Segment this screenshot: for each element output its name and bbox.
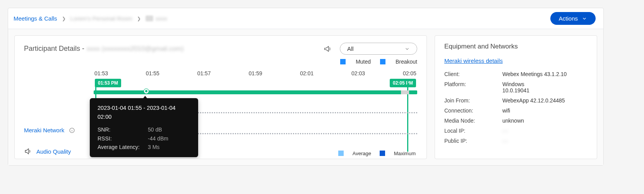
device-icon-blurred: [146, 16, 153, 21]
announce-icon[interactable]: [324, 45, 332, 53]
panel-title: Equipment and Networks: [444, 43, 587, 50]
end-time-badge: 02:05 PM: [390, 79, 416, 87]
kv-media-node: Media Node:unknown: [444, 118, 587, 124]
axis-ticks: 01:53 01:55 01:57 01:59 02:01 02:03 02:0…: [94, 70, 417, 76]
breadcrumb-item-blurred: Lorem's Personal Room: [70, 15, 132, 22]
legend-bottom: Average Maximum: [331, 151, 416, 156]
legend-top: Muted Breakout: [24, 59, 417, 65]
row-meraki-network[interactable]: Meraki Network: [24, 127, 98, 133]
track-meraki: [94, 90, 417, 94]
panel-header: Participant Details - xxxx (xxxxxxxx2010…: [24, 43, 417, 55]
kv-connection: Connection:wifi: [444, 107, 587, 114]
data-tooltip: 2023-01-04 01:55 - 2023-01-04 02:00 SNR:…: [90, 98, 198, 157]
kv-public-ip: Public IP:—: [444, 138, 587, 144]
start-time-badge: 01:53 PM: [95, 79, 121, 87]
chevron-down-icon: [404, 46, 410, 52]
filter-select[interactable]: All: [340, 43, 417, 55]
row-labels: Meraki Network Audio Quality Video Quali…: [24, 127, 98, 159]
panel-controls: All: [324, 43, 417, 55]
kv-platform: Platform:Windows 10.0.19041: [444, 81, 587, 94]
meraki-wireless-link[interactable]: Meraki wireless details: [444, 57, 503, 64]
speaker-icon: [24, 147, 32, 155]
filter-value: All: [347, 45, 354, 52]
legend-breakout: Breakout: [380, 59, 417, 65]
row-audio-quality[interactable]: Audio Quality: [24, 147, 98, 155]
chevron-right-icon: ❯: [137, 16, 141, 21]
tooltip-range: 2023-01-04 01:55 - 2023-01-04 02:00: [98, 104, 190, 121]
topbar: Meetings & Calls ❯ Lorem's Personal Room…: [8, 8, 603, 29]
kv-local-ip: Local IP:—: [444, 128, 587, 134]
kv-client: Client:Webex Meetings 43.1.2.10: [444, 71, 587, 77]
legend-average: Average: [338, 151, 371, 156]
chevron-right-icon: ❯: [62, 16, 66, 21]
kv-join-from: Join From:WebexApp 42.12.0.24485: [444, 97, 587, 104]
info-icon[interactable]: [69, 127, 75, 133]
breadcrumb-item-blurred: xxxx: [156, 15, 167, 22]
panel-title: Participant Details - xxxx (xxxxxxxx2010…: [24, 45, 184, 53]
actions-label: Actions: [559, 15, 578, 22]
participant-name-blurred: xxxx (xxxxxxxx2010@gmail.com): [87, 45, 184, 53]
legend-muted: Muted: [340, 59, 371, 65]
equipment-networks-panel: Equipment and Networks Meraki wireless d…: [435, 35, 597, 159]
actions-button[interactable]: Actions: [550, 12, 596, 25]
page: Meetings & Calls ❯ Lorem's Personal Room…: [8, 8, 604, 166]
content: Participant Details - xxxx (xxxxxxxx2010…: [8, 29, 603, 165]
data-point[interactable]: [144, 89, 149, 94]
breadcrumb-root[interactable]: Meetings & Calls: [14, 15, 57, 22]
chevron-down-icon: [582, 16, 587, 21]
timeline-chart: 01:53 01:55 01:57 01:59 02:01 02:03 02:0…: [94, 70, 417, 152]
participant-details-panel: Participant Details - xxxx (xxxxxxxx2010…: [14, 35, 427, 159]
legend-maximum: Maximum: [380, 151, 416, 156]
breadcrumb: Meetings & Calls ❯ Lorem's Personal Room…: [14, 15, 167, 22]
title-prefix: Participant Details -: [24, 45, 84, 53]
